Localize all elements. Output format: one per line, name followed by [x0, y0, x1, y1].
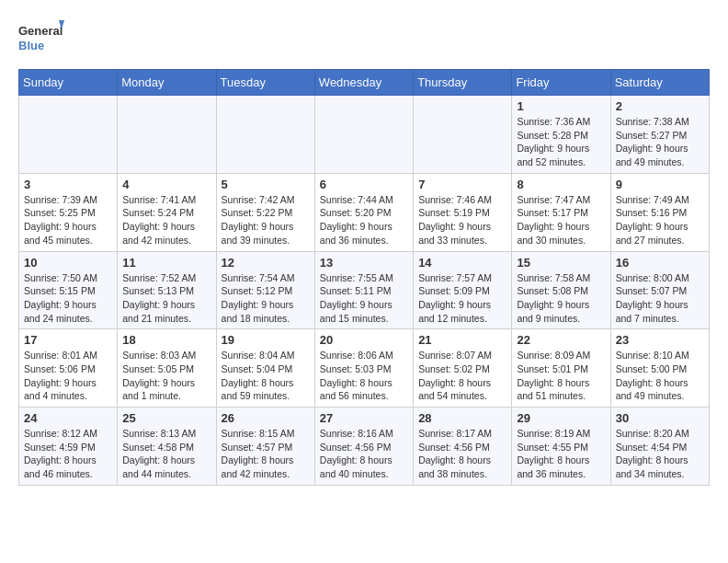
- day-info: Sunrise: 8:17 AM Sunset: 4:56 PM Dayligh…: [418, 427, 506, 481]
- day-info: Sunrise: 7:52 AM Sunset: 5:13 PM Dayligh…: [122, 271, 210, 326]
- day-number: 2: [616, 99, 704, 113]
- day-cell: 27Sunrise: 8:16 AM Sunset: 4:56 PM Dayli…: [314, 408, 413, 486]
- day-cell: 1Sunrise: 7:36 AM Sunset: 5:28 PM Daylig…: [512, 96, 610, 174]
- calendar-header: SundayMondayTuesdayWednesdayThursdayFrid…: [19, 70, 710, 96]
- day-info: Sunrise: 7:41 AM Sunset: 5:24 PM Dayligh…: [122, 193, 210, 247]
- svg-text:General: General: [18, 24, 63, 38]
- day-number: 26: [222, 411, 310, 425]
- day-number: 11: [122, 256, 210, 270]
- day-number: 17: [24, 333, 112, 347]
- day-info: Sunrise: 7:49 AM Sunset: 5:16 PM Dayligh…: [616, 193, 704, 247]
- column-header-saturday: Saturday: [610, 70, 709, 96]
- column-header-friday: Friday: [512, 70, 610, 96]
- day-number: 27: [320, 411, 408, 425]
- day-cell: 21Sunrise: 8:07 AM Sunset: 5:02 PM Dayli…: [414, 329, 512, 408]
- day-cell: 11Sunrise: 7:52 AM Sunset: 5:13 PM Dayli…: [118, 251, 216, 329]
- header-row: SundayMondayTuesdayWednesdayThursdayFrid…: [19, 70, 710, 96]
- day-info: Sunrise: 8:06 AM Sunset: 5:03 PM Dayligh…: [320, 349, 408, 403]
- day-number: 28: [418, 411, 506, 425]
- day-info: Sunrise: 7:57 AM Sunset: 5:09 PM Dayligh…: [418, 271, 506, 326]
- day-cell: 6Sunrise: 7:44 AM Sunset: 5:20 PM Daylig…: [314, 173, 413, 251]
- day-info: Sunrise: 7:58 AM Sunset: 5:08 PM Dayligh…: [517, 271, 605, 326]
- day-info: Sunrise: 8:07 AM Sunset: 5:02 PM Dayligh…: [418, 349, 506, 403]
- day-cell: 28Sunrise: 8:17 AM Sunset: 4:56 PM Dayli…: [414, 408, 512, 486]
- day-info: Sunrise: 7:47 AM Sunset: 5:17 PM Dayligh…: [517, 193, 605, 247]
- week-row-2: 3Sunrise: 7:39 AM Sunset: 5:25 PM Daylig…: [19, 173, 710, 251]
- logo-svg: General Blue: [18, 18, 64, 60]
- day-info: Sunrise: 7:38 AM Sunset: 5:27 PM Dayligh…: [616, 115, 704, 169]
- day-cell: 15Sunrise: 7:58 AM Sunset: 5:08 PM Dayli…: [512, 251, 610, 329]
- day-info: Sunrise: 7:54 AM Sunset: 5:12 PM Dayligh…: [222, 271, 310, 326]
- day-cell: 3Sunrise: 7:39 AM Sunset: 5:25 PM Daylig…: [19, 173, 118, 251]
- day-number: 10: [24, 256, 112, 270]
- day-number: 13: [320, 256, 408, 270]
- day-number: 21: [418, 333, 506, 347]
- day-number: 23: [616, 333, 704, 347]
- day-info: Sunrise: 8:09 AM Sunset: 5:01 PM Dayligh…: [517, 349, 605, 403]
- day-number: 3: [24, 178, 112, 191]
- column-header-monday: Monday: [118, 70, 216, 96]
- day-cell: 22Sunrise: 8:09 AM Sunset: 5:01 PM Dayli…: [512, 329, 610, 408]
- day-cell: 13Sunrise: 7:55 AM Sunset: 5:11 PM Dayli…: [314, 251, 413, 329]
- day-number: 14: [418, 256, 506, 270]
- day-cell: 24Sunrise: 8:12 AM Sunset: 4:59 PM Dayli…: [19, 408, 118, 486]
- day-info: Sunrise: 7:46 AM Sunset: 5:19 PM Dayligh…: [418, 193, 506, 247]
- day-number: 29: [517, 411, 605, 425]
- day-cell: 18Sunrise: 8:03 AM Sunset: 5:05 PM Dayli…: [118, 329, 216, 408]
- day-cell: 8Sunrise: 7:47 AM Sunset: 5:17 PM Daylig…: [512, 173, 610, 251]
- day-cell: 30Sunrise: 8:20 AM Sunset: 4:54 PM Dayli…: [610, 408, 709, 486]
- day-info: Sunrise: 8:04 AM Sunset: 5:04 PM Dayligh…: [222, 349, 310, 403]
- calendar-body: 1Sunrise: 7:36 AM Sunset: 5:28 PM Daylig…: [19, 96, 710, 486]
- day-info: Sunrise: 7:42 AM Sunset: 5:22 PM Dayligh…: [222, 193, 310, 247]
- day-cell: 16Sunrise: 8:00 AM Sunset: 5:07 PM Dayli…: [610, 251, 709, 329]
- day-info: Sunrise: 8:16 AM Sunset: 4:56 PM Dayligh…: [320, 427, 408, 481]
- day-number: 12: [222, 256, 310, 270]
- day-cell: 9Sunrise: 7:49 AM Sunset: 5:16 PM Daylig…: [610, 173, 709, 251]
- day-cell: 14Sunrise: 7:57 AM Sunset: 5:09 PM Dayli…: [414, 251, 512, 329]
- day-info: Sunrise: 8:19 AM Sunset: 4:55 PM Dayligh…: [517, 427, 605, 481]
- week-row-4: 17Sunrise: 8:01 AM Sunset: 5:06 PM Dayli…: [19, 329, 710, 408]
- day-number: 19: [222, 333, 310, 347]
- day-info: Sunrise: 7:50 AM Sunset: 5:15 PM Dayligh…: [24, 271, 112, 326]
- day-cell: 17Sunrise: 8:01 AM Sunset: 5:06 PM Dayli…: [19, 329, 118, 408]
- day-number: 6: [320, 178, 408, 191]
- week-row-5: 24Sunrise: 8:12 AM Sunset: 4:59 PM Dayli…: [19, 408, 710, 486]
- day-info: Sunrise: 7:55 AM Sunset: 5:11 PM Dayligh…: [320, 271, 408, 326]
- day-info: Sunrise: 7:39 AM Sunset: 5:25 PM Dayligh…: [24, 193, 112, 247]
- day-number: 20: [320, 333, 408, 347]
- day-info: Sunrise: 8:12 AM Sunset: 4:59 PM Dayligh…: [24, 427, 112, 481]
- day-cell: [314, 96, 413, 174]
- day-info: Sunrise: 8:20 AM Sunset: 4:54 PM Dayligh…: [616, 427, 704, 481]
- day-info: Sunrise: 7:44 AM Sunset: 5:20 PM Dayligh…: [320, 193, 408, 247]
- day-cell: 12Sunrise: 7:54 AM Sunset: 5:12 PM Dayli…: [216, 251, 314, 329]
- day-cell: 29Sunrise: 8:19 AM Sunset: 4:55 PM Dayli…: [512, 408, 610, 486]
- column-header-wednesday: Wednesday: [314, 70, 413, 96]
- day-cell: 26Sunrise: 8:15 AM Sunset: 4:57 PM Dayli…: [216, 408, 314, 486]
- day-info: Sunrise: 8:15 AM Sunset: 4:57 PM Dayligh…: [222, 427, 310, 481]
- day-cell: [19, 96, 118, 174]
- column-header-thursday: Thursday: [414, 70, 512, 96]
- day-number: 22: [517, 333, 605, 347]
- svg-text:Blue: Blue: [18, 39, 44, 52]
- day-number: 9: [616, 178, 704, 191]
- day-info: Sunrise: 8:01 AM Sunset: 5:06 PM Dayligh…: [24, 349, 112, 403]
- column-header-sunday: Sunday: [19, 70, 118, 96]
- column-header-tuesday: Tuesday: [216, 70, 314, 96]
- day-info: Sunrise: 8:13 AM Sunset: 4:58 PM Dayligh…: [122, 427, 210, 481]
- day-cell: [414, 96, 512, 174]
- day-cell: 7Sunrise: 7:46 AM Sunset: 5:19 PM Daylig…: [414, 173, 512, 251]
- day-cell: [216, 96, 314, 174]
- week-row-3: 10Sunrise: 7:50 AM Sunset: 5:15 PM Dayli…: [19, 251, 710, 329]
- day-number: 16: [616, 256, 704, 270]
- day-number: 8: [517, 178, 605, 191]
- day-number: 25: [122, 411, 210, 425]
- day-info: Sunrise: 8:03 AM Sunset: 5:05 PM Dayligh…: [122, 349, 210, 403]
- day-number: 4: [122, 178, 210, 191]
- day-number: 7: [418, 178, 506, 191]
- day-number: 18: [122, 333, 210, 347]
- day-cell: 2Sunrise: 7:38 AM Sunset: 5:27 PM Daylig…: [610, 96, 709, 174]
- day-cell: 25Sunrise: 8:13 AM Sunset: 4:58 PM Dayli…: [118, 408, 216, 486]
- logo: General Blue: [18, 18, 64, 60]
- week-row-1: 1Sunrise: 7:36 AM Sunset: 5:28 PM Daylig…: [19, 96, 710, 174]
- day-cell: 4Sunrise: 7:41 AM Sunset: 5:24 PM Daylig…: [118, 173, 216, 251]
